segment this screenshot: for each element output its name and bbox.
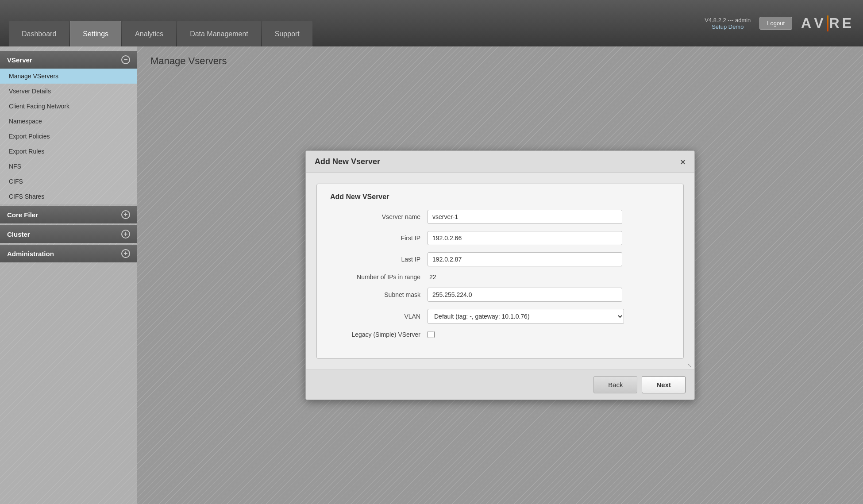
sidebar-section-header-administration[interactable]: Administration + <box>0 245 137 262</box>
sidebar-item-namespace[interactable]: Namespace <box>0 114 137 129</box>
sidebar-item-export-rules[interactable]: Export Rules <box>0 144 137 159</box>
vlan-select[interactable]: Default (tag: -, gateway: 10.1.0.76) <box>428 309 624 324</box>
modal-header: Add New Vserver × <box>306 151 694 173</box>
next-button[interactable]: Next <box>642 376 686 393</box>
top-bar: Dashboard Settings Analytics Data Manage… <box>0 0 863 46</box>
vserver-name-label: Vserver name <box>330 213 428 220</box>
back-button[interactable]: Back <box>593 376 637 393</box>
num-ips-value: 22 <box>428 273 436 281</box>
add-vserver-modal: Add New Vserver × Add New VServer Vserve… <box>305 150 695 400</box>
logout-button[interactable]: Logout <box>759 17 792 30</box>
subnet-mask-input[interactable] <box>428 288 622 302</box>
form-row-legacy: Legacy (Simple) VServer <box>330 331 670 338</box>
brand-accent-icon <box>827 15 828 31</box>
form-row-last-ip: Last IP <box>330 252 670 266</box>
modal-close-button[interactable]: × <box>680 158 686 166</box>
sidebar-section-header-vserver[interactable]: VServer − <box>0 51 137 69</box>
sidebar-vserver-label: VServer <box>7 56 32 64</box>
modal-title: Add New Vserver <box>315 157 380 166</box>
vserver-collapse-icon[interactable]: − <box>121 55 130 64</box>
form-row-vserver-name: Vserver name <box>330 210 670 224</box>
sidebar-section-header-core-filer[interactable]: Core Filer + <box>0 206 137 223</box>
num-ips-label: Number of IPs in range <box>330 273 428 281</box>
sidebar-cluster-label: Cluster <box>7 231 30 238</box>
tab-support[interactable]: Support <box>262 21 312 46</box>
first-ip-label: First IP <box>330 235 428 242</box>
sidebar-administration-label: Administration <box>7 250 54 258</box>
sidebar-section-core-filer: Core Filer + <box>0 206 137 223</box>
sidebar: VServer − Manage VServers Vserver Detail… <box>0 46 137 504</box>
sidebar-item-client-facing-network[interactable]: Client Facing Network <box>0 99 137 114</box>
form-row-num-ips: Number of IPs in range 22 <box>330 273 670 281</box>
modal-body: Add New VServer Vserver name First IP La… <box>306 173 694 369</box>
vlan-label: VLAN <box>330 313 428 320</box>
last-ip-label: Last IP <box>330 256 428 263</box>
sidebar-item-cifs[interactable]: CIFS <box>0 174 137 189</box>
vserver-name-input[interactable] <box>428 210 622 224</box>
tab-settings[interactable]: Settings <box>70 21 121 46</box>
tab-analytics[interactable]: Analytics <box>122 21 176 46</box>
modal-overlay: Add New Vserver × Add New VServer Vserve… <box>137 46 863 504</box>
version-info: V4.8.2.2 --- admin Setup Demo <box>705 17 751 30</box>
tab-data-management[interactable]: Data Management <box>177 21 261 46</box>
resize-handle-icon[interactable]: ⤡ <box>687 362 693 368</box>
core-filer-expand-icon[interactable]: + <box>121 210 130 219</box>
last-ip-input[interactable] <box>428 252 622 266</box>
sidebar-item-export-policies[interactable]: Export Policies <box>0 129 137 144</box>
form-row-first-ip: First IP <box>330 231 670 245</box>
cluster-expand-icon[interactable]: + <box>121 230 130 239</box>
nav-tabs: Dashboard Settings Analytics Data Manage… <box>9 0 312 46</box>
form-section: Add New VServer Vserver name First IP La… <box>316 184 684 359</box>
sidebar-section-vserver: VServer − Manage VServers Vserver Detail… <box>0 51 137 204</box>
form-row-subnet-mask: Subnet mask <box>330 288 670 302</box>
sidebar-section-cluster: Cluster + <box>0 225 137 243</box>
form-row-vlan: VLAN Default (tag: -, gateway: 10.1.0.76… <box>330 309 670 324</box>
sidebar-section-administration: Administration + <box>0 245 137 262</box>
subnet-mask-label: Subnet mask <box>330 291 428 298</box>
top-bar-right: V4.8.2.2 --- admin Setup Demo Logout A V… <box>705 15 854 31</box>
first-ip-input[interactable] <box>428 231 622 245</box>
sidebar-section-header-cluster[interactable]: Cluster + <box>0 225 137 243</box>
form-section-title: Add New VServer <box>330 193 670 201</box>
sidebar-item-manage-vservers[interactable]: Manage VServers <box>0 69 137 84</box>
administration-expand-icon[interactable]: + <box>121 249 130 258</box>
modal-body-wrapper: Add New VServer Vserver name First IP La… <box>306 173 694 369</box>
tab-dashboard[interactable]: Dashboard <box>9 21 69 46</box>
sidebar-item-nfs[interactable]: NFS <box>0 159 137 174</box>
legacy-checkbox[interactable] <box>428 331 435 338</box>
sidebar-item-vserver-details[interactable]: Vserver Details <box>0 84 137 99</box>
sidebar-item-cifs-shares[interactable]: CIFS Shares <box>0 189 137 204</box>
legacy-label: Legacy (Simple) VServer <box>330 331 428 338</box>
sidebar-core-filer-label: Core Filer <box>7 211 38 219</box>
modal-footer: Back Next <box>306 369 694 400</box>
brand-logo: A V R E <box>801 15 854 31</box>
